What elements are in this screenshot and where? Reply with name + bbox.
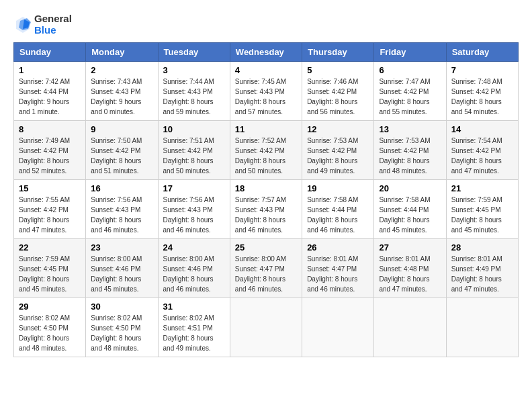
header-row: SundayMondayTuesdayWednesdayThursdayFrid…	[14, 43, 519, 62]
day-content: Sunrise: 7:46 AM Sunset: 4:42 PM Dayligh…	[307, 77, 369, 117]
day-content: Sunrise: 8:02 AM Sunset: 4:51 PM Dayligh…	[163, 313, 225, 353]
day-content: Sunrise: 7:57 AM Sunset: 4:43 PM Dayligh…	[235, 195, 297, 235]
day-content: Sunrise: 7:51 AM Sunset: 4:42 PM Dayligh…	[163, 136, 225, 176]
calendar-cell: 28 Sunrise: 8:01 AM Sunset: 4:49 PM Dayl…	[446, 239, 518, 298]
day-number: 28	[451, 242, 513, 253]
day-number: 6	[379, 65, 441, 75]
day-number: 2	[91, 65, 152, 75]
calendar-cell: 16 Sunrise: 7:56 AM Sunset: 4:43 PM Dayl…	[86, 180, 158, 239]
day-content: Sunrise: 7:55 AM Sunset: 4:42 PM Dayligh…	[19, 195, 81, 235]
week-row-4: 22 Sunrise: 7:59 AM Sunset: 4:45 PM Dayl…	[14, 239, 519, 298]
day-content: Sunrise: 7:44 AM Sunset: 4:43 PM Dayligh…	[163, 77, 225, 117]
day-content: Sunrise: 7:45 AM Sunset: 4:43 PM Dayligh…	[235, 77, 297, 117]
calendar-cell: 13 Sunrise: 7:53 AM Sunset: 4:42 PM Dayl…	[374, 121, 446, 180]
calendar-cell	[374, 298, 446, 357]
day-number: 23	[91, 242, 152, 253]
day-content: Sunrise: 7:54 AM Sunset: 4:42 PM Dayligh…	[451, 136, 513, 176]
calendar-cell: 3 Sunrise: 7:44 AM Sunset: 4:43 PM Dayli…	[158, 62, 230, 121]
day-number: 21	[451, 183, 513, 193]
calendar-cell: 4 Sunrise: 7:45 AM Sunset: 4:43 PM Dayli…	[230, 62, 302, 121]
header-friday: Friday	[374, 43, 446, 62]
day-number: 1	[19, 65, 81, 75]
day-number: 10	[163, 124, 225, 134]
calendar-cell: 8 Sunrise: 7:49 AM Sunset: 4:42 PM Dayli…	[14, 121, 86, 180]
day-number: 27	[379, 242, 441, 253]
calendar-cell: 18 Sunrise: 7:57 AM Sunset: 4:43 PM Dayl…	[230, 180, 302, 239]
week-row-5: 29 Sunrise: 8:02 AM Sunset: 4:50 PM Dayl…	[14, 298, 519, 357]
day-content: Sunrise: 8:00 AM Sunset: 4:46 PM Dayligh…	[91, 254, 152, 294]
day-content: Sunrise: 7:59 AM Sunset: 4:45 PM Dayligh…	[451, 195, 513, 235]
calendar-cell: 21 Sunrise: 7:59 AM Sunset: 4:45 PM Dayl…	[446, 180, 518, 239]
calendar-cell	[230, 298, 302, 357]
calendar-cell: 15 Sunrise: 7:55 AM Sunset: 4:42 PM Dayl…	[14, 180, 86, 239]
logo-text: General Blue	[13, 13, 72, 36]
calendar-cell: 19 Sunrise: 7:58 AM Sunset: 4:44 PM Dayl…	[302, 180, 374, 239]
day-number: 25	[235, 242, 297, 253]
day-number: 29	[19, 302, 81, 312]
calendar-header: SundayMondayTuesdayWednesdayThursdayFrid…	[14, 43, 519, 62]
day-content: Sunrise: 8:02 AM Sunset: 4:50 PM Dayligh…	[19, 313, 81, 353]
calendar-cell: 2 Sunrise: 7:43 AM Sunset: 4:43 PM Dayli…	[86, 62, 158, 121]
calendar-cell: 26 Sunrise: 8:01 AM Sunset: 4:47 PM Dayl…	[302, 239, 374, 298]
day-content: Sunrise: 8:00 AM Sunset: 4:47 PM Dayligh…	[235, 254, 297, 294]
day-number: 9	[91, 124, 152, 134]
day-content: Sunrise: 7:50 AM Sunset: 4:42 PM Dayligh…	[91, 136, 152, 176]
day-content: Sunrise: 8:01 AM Sunset: 4:49 PM Dayligh…	[451, 254, 513, 294]
week-row-1: 1 Sunrise: 7:42 AM Sunset: 4:44 PM Dayli…	[14, 62, 519, 121]
calendar-cell: 22 Sunrise: 7:59 AM Sunset: 4:45 PM Dayl…	[14, 239, 86, 298]
day-number: 15	[19, 183, 81, 193]
day-content: Sunrise: 8:00 AM Sunset: 4:46 PM Dayligh…	[163, 254, 225, 294]
calendar-cell: 23 Sunrise: 8:00 AM Sunset: 4:46 PM Dayl…	[86, 239, 158, 298]
calendar-cell: 9 Sunrise: 7:50 AM Sunset: 4:42 PM Dayli…	[86, 121, 158, 180]
week-row-2: 8 Sunrise: 7:49 AM Sunset: 4:42 PM Dayli…	[14, 121, 519, 180]
day-number: 31	[163, 302, 225, 312]
day-content: Sunrise: 7:59 AM Sunset: 4:45 PM Dayligh…	[19, 254, 81, 294]
header: General Blue	[13, 13, 519, 36]
calendar-table: SundayMondayTuesdayWednesdayThursdayFrid…	[13, 42, 519, 357]
day-content: Sunrise: 8:01 AM Sunset: 4:48 PM Dayligh…	[379, 254, 441, 294]
calendar-cell	[302, 298, 374, 357]
calendar-cell: 5 Sunrise: 7:46 AM Sunset: 4:42 PM Dayli…	[302, 62, 374, 121]
day-content: Sunrise: 7:56 AM Sunset: 4:43 PM Dayligh…	[91, 195, 152, 235]
header-thursday: Thursday	[302, 43, 374, 62]
day-number: 18	[235, 183, 297, 193]
day-content: Sunrise: 7:58 AM Sunset: 4:44 PM Dayligh…	[379, 195, 441, 235]
day-content: Sunrise: 7:47 AM Sunset: 4:42 PM Dayligh…	[379, 77, 441, 117]
day-content: Sunrise: 7:56 AM Sunset: 4:43 PM Dayligh…	[163, 195, 225, 235]
calendar-cell: 12 Sunrise: 7:53 AM Sunset: 4:42 PM Dayl…	[302, 121, 374, 180]
day-number: 4	[235, 65, 297, 75]
day-content: Sunrise: 8:01 AM Sunset: 4:47 PM Dayligh…	[307, 254, 369, 294]
calendar-cell: 24 Sunrise: 8:00 AM Sunset: 4:46 PM Dayl…	[158, 239, 230, 298]
header-sunday: Sunday	[14, 43, 86, 62]
week-row-3: 15 Sunrise: 7:55 AM Sunset: 4:42 PM Dayl…	[14, 180, 519, 239]
day-content: Sunrise: 7:49 AM Sunset: 4:42 PM Dayligh…	[19, 136, 81, 176]
day-number: 3	[163, 65, 225, 75]
calendar-cell: 27 Sunrise: 8:01 AM Sunset: 4:48 PM Dayl…	[374, 239, 446, 298]
day-content: Sunrise: 7:42 AM Sunset: 4:44 PM Dayligh…	[19, 77, 81, 117]
day-content: Sunrise: 8:02 AM Sunset: 4:50 PM Dayligh…	[91, 313, 152, 353]
day-number: 16	[91, 183, 152, 193]
calendar-cell: 31 Sunrise: 8:02 AM Sunset: 4:51 PM Dayl…	[158, 298, 230, 357]
day-number: 30	[91, 302, 152, 312]
day-content: Sunrise: 7:52 AM Sunset: 4:42 PM Dayligh…	[235, 136, 297, 176]
day-number: 20	[379, 183, 441, 193]
calendar-cell: 1 Sunrise: 7:42 AM Sunset: 4:44 PM Dayli…	[14, 62, 86, 121]
logo: General Blue	[13, 13, 72, 36]
calendar-cell: 11 Sunrise: 7:52 AM Sunset: 4:42 PM Dayl…	[230, 121, 302, 180]
day-content: Sunrise: 7:48 AM Sunset: 4:42 PM Dayligh…	[451, 77, 513, 117]
calendar-cell: 29 Sunrise: 8:02 AM Sunset: 4:50 PM Dayl…	[14, 298, 86, 357]
header-tuesday: Tuesday	[158, 43, 230, 62]
day-content: Sunrise: 7:53 AM Sunset: 4:42 PM Dayligh…	[307, 136, 369, 176]
calendar-cell: 17 Sunrise: 7:56 AM Sunset: 4:43 PM Dayl…	[158, 180, 230, 239]
day-content: Sunrise: 7:53 AM Sunset: 4:42 PM Dayligh…	[379, 136, 441, 176]
calendar-cell: 30 Sunrise: 8:02 AM Sunset: 4:50 PM Dayl…	[86, 298, 158, 357]
calendar-cell: 7 Sunrise: 7:48 AM Sunset: 4:42 PM Dayli…	[446, 62, 518, 121]
header-monday: Monday	[86, 43, 158, 62]
day-number: 11	[235, 124, 297, 134]
header-saturday: Saturday	[446, 43, 518, 62]
day-number: 17	[163, 183, 225, 193]
calendar-cell: 14 Sunrise: 7:54 AM Sunset: 4:42 PM Dayl…	[446, 121, 518, 180]
calendar-cell: 6 Sunrise: 7:47 AM Sunset: 4:42 PM Dayli…	[374, 62, 446, 121]
day-number: 8	[19, 124, 81, 134]
day-number: 13	[379, 124, 441, 134]
